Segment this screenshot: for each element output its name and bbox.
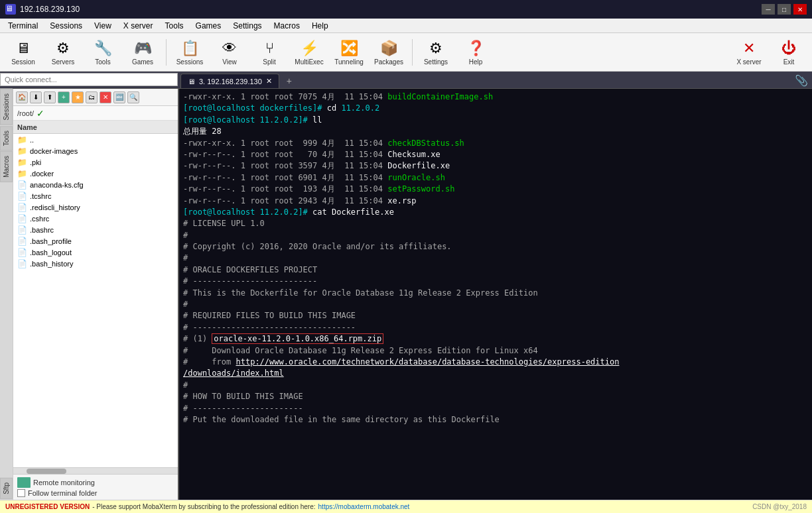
maximize-button[interactable]: □ [778, 4, 791, 15]
ft-download-button[interactable]: ⬇ [30, 91, 42, 103]
file-icon: 📄 [17, 259, 27, 268]
ft-view-button[interactable]: 🗂 [86, 91, 98, 103]
toolbar-servers[interactable]: ⚙ Servers [45, 36, 81, 69]
menu-settings[interactable]: Settings [228, 20, 267, 32]
menu-games[interactable]: Games [190, 20, 227, 32]
attach-icon[interactable]: 📎 [795, 74, 808, 87]
follow-folder[interactable]: Follow terminal folder [17, 489, 174, 497]
toolbar-multiexec[interactable]: ⚡ MultiExec [291, 36, 327, 69]
list-item[interactable]: 📄 .bash_profile [13, 235, 178, 247]
sessions-icon: 📋 [181, 38, 199, 58]
ft-bookmark-button[interactable]: ★ [72, 91, 84, 103]
menubar: Terminal Sessions View X server Tools Ga… [0, 19, 812, 33]
file-name: .bash_logout [30, 249, 72, 256]
add-tab-button[interactable]: + [282, 74, 297, 88]
ft-upload-button[interactable]: ⬆ [44, 91, 56, 103]
statusbar: UNREGISTERED VERSION - Please support Mo… [0, 500, 812, 513]
side-tab-sessions[interactable]: Sessions [0, 89, 13, 125]
packages-icon: 📦 [380, 38, 398, 58]
credit-label: CSDN @txy_2018 [752, 503, 807, 510]
split-icon: ⑂ [265, 38, 274, 58]
list-item[interactable]: 📄 .bashrc [13, 224, 178, 235]
remote-monitor-label: Remote monitoring [33, 479, 95, 486]
active-tab[interactable]: 🖥 3. 192.168.239.130 ✕ [180, 74, 279, 88]
file-scrollbar[interactable] [13, 467, 178, 474]
follow-folder-label: Follow terminal folder [28, 489, 98, 497]
side-tab-macros[interactable]: Macros [0, 151, 13, 182]
list-item[interactable]: 📄 .bash_history [13, 258, 178, 269]
ft-refresh-button[interactable]: 🔤 [113, 91, 125, 103]
side-tab-sftp[interactable]: Sftp [0, 478, 13, 499]
menu-view[interactable]: View [89, 20, 117, 32]
tab-icon: 🖥 [188, 78, 195, 86]
toolbar-session[interactable]: 🖥 Session [5, 36, 41, 69]
file-icon: 📄 [17, 203, 27, 212]
sessions-label: Sessions [176, 58, 204, 66]
file-name: anaconda-ks.cfg [30, 181, 84, 189]
tools-label: Tools [95, 58, 110, 66]
toolbar-separator-1 [166, 39, 167, 66]
list-item[interactable]: 📁 docker-images [13, 145, 178, 156]
tunneling-label: Tunneling [334, 58, 364, 66]
scrollbar-thumb[interactable] [27, 469, 66, 474]
toolbar-packages[interactable]: 📦 Packages [371, 36, 407, 69]
split-label: Split [263, 58, 275, 66]
mobatek-link[interactable]: https://mobaxterm.mobatek.net [318, 503, 410, 510]
games-icon: 🎮 [134, 38, 152, 58]
tunneling-icon: 🔀 [340, 38, 358, 58]
file-list[interactable]: 📁 .. 📁 docker-images 📁 .pki 📁 .docker 📄 … [13, 134, 178, 467]
view-icon: 👁 [222, 38, 237, 58]
toolbar-sessions[interactable]: 📋 Sessions [172, 36, 208, 69]
list-item[interactable]: 📄 .bash_logout [13, 247, 178, 258]
file-name: .cshrc [30, 215, 49, 223]
list-item[interactable]: 📄 anaconda-ks.cfg [13, 179, 178, 190]
menu-sessions[interactable]: Sessions [44, 20, 88, 32]
app-icon: 🖥 [5, 4, 16, 15]
list-item[interactable]: 📁 .docker [13, 168, 178, 179]
title-left: 🖥 192.168.239.130 [5, 4, 80, 15]
list-item[interactable]: 📄 .rediscli_history [13, 201, 178, 213]
close-button[interactable]: ✕ [793, 4, 807, 15]
menu-help[interactable]: Help [306, 20, 334, 32]
quick-connect-input[interactable] [0, 73, 178, 86]
list-item[interactable]: 📄 .cshrc [13, 213, 178, 224]
follow-folder-checkbox[interactable] [17, 489, 25, 497]
packages-label: Packages [374, 58, 403, 66]
menu-xserver[interactable]: X server [118, 20, 159, 32]
ft-new-dir-button[interactable]: + [58, 91, 70, 103]
toolbar-tunneling[interactable]: 🔀 Tunneling [331, 36, 367, 69]
toolbar-exit[interactable]: ⏻ Exit [771, 36, 807, 69]
toolbar-view[interactable]: 👁 View [212, 36, 247, 69]
ft-search-button[interactable]: 🔍 [127, 91, 139, 103]
list-item[interactable]: 📄 .tcshrc [13, 190, 178, 201]
menu-terminal[interactable]: Terminal [3, 20, 43, 32]
ft-home-button[interactable]: 🏠 [16, 91, 28, 103]
toolbar-settings[interactable]: ⚙ Settings [418, 36, 454, 69]
tools-icon: 🔧 [94, 38, 112, 58]
file-bottom: Remote monitoring Follow terminal folder [13, 474, 178, 500]
toolbar-games[interactable]: 🎮 Games [125, 36, 161, 69]
monitor-icon [17, 477, 31, 488]
toolbar-split[interactable]: ⑂ Split [251, 36, 287, 69]
ft-delete-button[interactable]: ✕ [100, 91, 111, 103]
exit-icon: ⏻ [781, 38, 796, 58]
remote-monitor[interactable]: Remote monitoring [17, 477, 174, 488]
path-ok-icon: ✓ [36, 108, 44, 119]
toolbar-tools[interactable]: 🔧 Tools [85, 36, 121, 69]
toolbar-xserver[interactable]: ✕ X server [731, 36, 767, 69]
terminal[interactable]: -rwxr-xr-x. 1 root root 7075 4月 11 15:04… [179, 89, 812, 500]
file-name: .bash_profile [30, 237, 72, 245]
list-item[interactable]: 📁 .pki [13, 156, 178, 168]
toolbar-help[interactable]: ❓ Help [458, 36, 494, 69]
minimize-button[interactable]: ─ [762, 4, 775, 15]
file-icon: 📄 [17, 248, 27, 257]
file-name: .tcshrc [30, 192, 51, 200]
menu-macros[interactable]: Macros [269, 20, 305, 32]
list-item[interactable]: 📁 .. [13, 134, 178, 145]
tab-close-button[interactable]: ✕ [266, 77, 272, 86]
side-tab-tools[interactable]: Tools [0, 126, 13, 150]
xserver-label: X server [736, 58, 761, 66]
file-icon: 📄 [17, 180, 27, 190]
settings-icon: ⚙ [429, 38, 442, 58]
menu-tools[interactable]: Tools [160, 20, 189, 32]
